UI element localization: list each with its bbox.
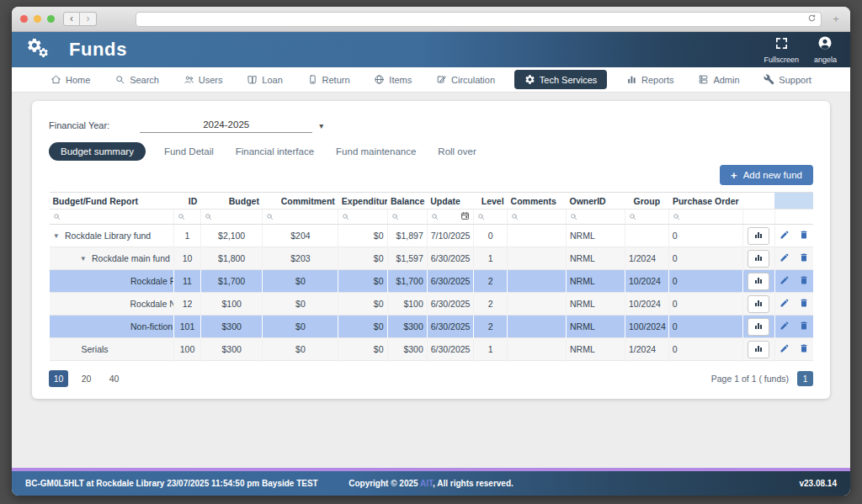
- nav-item-home[interactable]: Home: [45, 71, 95, 88]
- column-header-update[interactable]: Update: [427, 193, 473, 210]
- search-icon: [114, 74, 125, 85]
- reload-icon[interactable]: [807, 13, 817, 24]
- fund-chart-button[interactable]: [748, 318, 769, 336]
- address-bar[interactable]: [136, 12, 822, 27]
- add-new-fund-button[interactable]: + Add new fund: [720, 165, 813, 185]
- edit-icon[interactable]: [780, 252, 790, 264]
- column-header-group[interactable]: Group: [625, 193, 668, 210]
- delete-icon[interactable]: [799, 343, 809, 355]
- cell-group: 1/2024: [625, 338, 668, 361]
- brand-link[interactable]: AIT: [420, 479, 433, 488]
- nav-item-items[interactable]: Items: [369, 71, 417, 88]
- cell-commitment: $0: [263, 338, 338, 361]
- expand-caret-icon[interactable]: ▾: [55, 231, 59, 240]
- delete-icon[interactable]: [799, 321, 809, 332]
- fund-chart-button[interactable]: [748, 250, 769, 268]
- column-header-actions[interactable]: [774, 193, 813, 210]
- chevron-down-icon[interactable]: ▾: [319, 121, 323, 133]
- nav-item-label: Support: [779, 75, 811, 85]
- fund-chart-button[interactable]: [748, 227, 769, 245]
- page-number-button[interactable]: 1: [797, 371, 813, 386]
- page-size-20[interactable]: 20: [77, 370, 96, 387]
- nav-item-loan[interactable]: Loan: [242, 71, 287, 88]
- cell-name: ▾Rockdale main fund: [50, 247, 174, 270]
- cell-actions: [774, 293, 813, 316]
- nav-item-search[interactable]: Search: [109, 71, 164, 88]
- minimize-window-icon[interactable]: [34, 15, 41, 23]
- column-header-budget[interactable]: Budget: [200, 193, 263, 210]
- filter-commitment[interactable]: [263, 210, 338, 225]
- cell-chart: [742, 247, 774, 270]
- column-header-comments[interactable]: Comments: [508, 193, 567, 210]
- tab-fund-detail[interactable]: Fund Detail: [164, 146, 214, 157]
- filter-comments[interactable]: [508, 210, 567, 225]
- table-row[interactable]: Rockdale Non-Fiction12$100$0$0$1006/30/2…: [50, 293, 814, 316]
- cell-budget: $2,100: [200, 225, 263, 247]
- filter-owner[interactable]: [567, 210, 625, 225]
- browser-window: ‹ › + Funds Fullscreen: [12, 7, 850, 496]
- nav-item-return[interactable]: Return: [302, 71, 355, 88]
- filter-balance[interactable]: [387, 210, 427, 225]
- nav-item-admin[interactable]: Admin: [693, 71, 744, 88]
- nav-item-reports[interactable]: Reports: [621, 71, 679, 88]
- cell-id: 100: [174, 338, 201, 361]
- table-row[interactable]: Non-fiction Magazines101$300$0$0$3006/30…: [50, 316, 814, 338]
- column-header-balance[interactable]: Balance: [387, 193, 427, 210]
- column-header-po[interactable]: Purchase Order: [668, 193, 742, 210]
- tab-budget-summary[interactable]: Budget summary: [49, 142, 146, 161]
- delete-icon[interactable]: [799, 298, 809, 310]
- table-row[interactable]: Serials100$300$0$0$3006/30/20251NRML1/20…: [50, 338, 814, 361]
- nav-item-tech-services[interactable]: Tech Services: [514, 70, 607, 89]
- delete-icon[interactable]: [799, 275, 809, 287]
- table-row[interactable]: ▾Rockdale Library fund1$2,100$204$0$1,89…: [50, 225, 814, 247]
- tab-roll-over[interactable]: Roll over: [438, 146, 476, 157]
- filter-chart: [742, 210, 774, 225]
- tab-financial-interface[interactable]: Financial interface: [236, 146, 314, 157]
- filter-update[interactable]: [427, 210, 473, 225]
- tab-fund-maintenance[interactable]: Fund maintenance: [336, 146, 416, 157]
- edit-icon[interactable]: [780, 343, 790, 355]
- edit-icon[interactable]: [780, 298, 790, 310]
- page-size-10[interactable]: 10: [49, 370, 68, 387]
- calendar-icon[interactable]: [460, 211, 470, 222]
- zoom-window-icon[interactable]: [47, 15, 55, 23]
- financial-year-select[interactable]: 2024-2025: [140, 119, 312, 133]
- fund-chart-button[interactable]: [748, 273, 769, 290]
- nav-item-circulation[interactable]: Circulation: [431, 71, 500, 88]
- filter-id[interactable]: [174, 210, 201, 225]
- column-header-level[interactable]: Level: [474, 193, 508, 210]
- fullscreen-button[interactable]: Fullscreen: [764, 36, 799, 64]
- add-tab-icon[interactable]: +: [830, 13, 842, 25]
- fund-chart-button[interactable]: [748, 341, 769, 358]
- edit-icon[interactable]: [780, 321, 790, 332]
- filter-name[interactable]: [50, 210, 174, 225]
- nav-item-users[interactable]: Users: [178, 71, 228, 88]
- filter-level[interactable]: [474, 210, 508, 225]
- version-label: v23.08.14: [800, 479, 838, 488]
- column-header-commitment[interactable]: Commitment: [263, 193, 338, 210]
- table-row[interactable]: ▾Rockdale main fund10$1,800$203$0$1,5976…: [50, 247, 814, 270]
- browser-back-icon[interactable]: ‹: [63, 12, 80, 26]
- column-header-expenditure[interactable]: Expenditure: [338, 193, 387, 210]
- edit-icon[interactable]: [780, 275, 790, 287]
- user-menu[interactable]: angela: [814, 35, 837, 64]
- fund-chart-button[interactable]: [748, 295, 769, 313]
- close-window-icon[interactable]: [20, 15, 28, 23]
- filter-budget[interactable]: [200, 210, 263, 225]
- browser-forward-icon[interactable]: ›: [80, 12, 97, 26]
- nav-item-support[interactable]: Support: [758, 71, 817, 88]
- delete-icon[interactable]: [799, 252, 809, 264]
- cell-update: 7/10/2025: [427, 225, 473, 247]
- page-size-40[interactable]: 40: [104, 370, 124, 387]
- filter-expenditure[interactable]: [338, 210, 387, 225]
- delete-icon[interactable]: [799, 230, 809, 241]
- table-row[interactable]: Rockdale Fiction Budget11$1,700$0$0$1,70…: [50, 270, 814, 293]
- edit-icon[interactable]: [780, 230, 790, 241]
- column-header-chart[interactable]: [742, 193, 774, 210]
- filter-group[interactable]: [625, 210, 668, 225]
- column-header-owner[interactable]: OwnerID: [567, 193, 625, 210]
- column-header-name[interactable]: Budget/Fund Report: [50, 193, 174, 210]
- filter-po[interactable]: [668, 210, 742, 225]
- expand-caret-icon[interactable]: ▾: [82, 254, 86, 263]
- column-header-id[interactable]: ID: [174, 193, 201, 210]
